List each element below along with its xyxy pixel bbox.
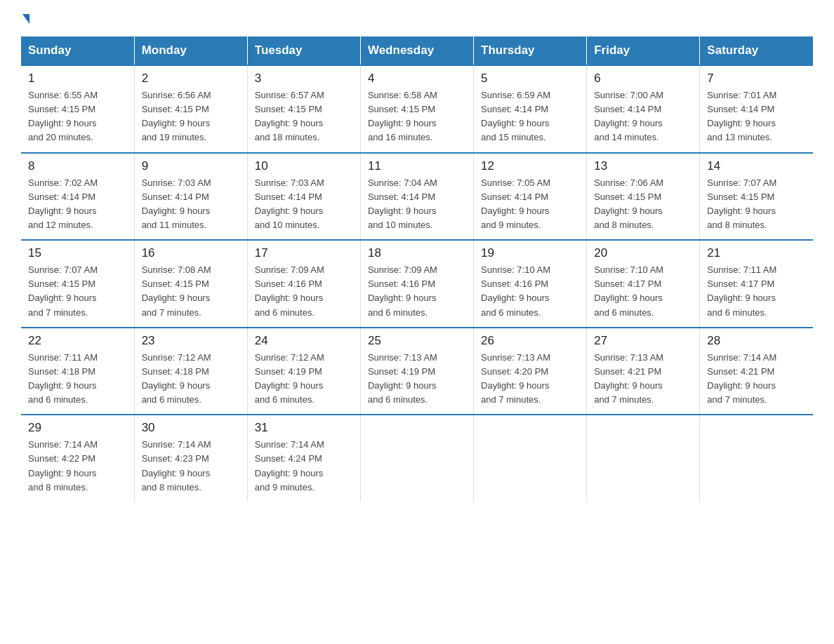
day-number: 31 xyxy=(255,421,353,435)
calendar-cell: 23Sunrise: 7:12 AMSunset: 4:18 PMDayligh… xyxy=(134,328,247,415)
calendar-header-saturday: Saturday xyxy=(700,36,813,65)
calendar-cell: 8Sunrise: 7:02 AMSunset: 4:14 PMDaylight… xyxy=(21,153,134,241)
calendar-cell: 17Sunrise: 7:09 AMSunset: 4:16 PMDayligh… xyxy=(247,240,360,328)
day-info: Sunrise: 6:58 AMSunset: 4:15 PMDaylight:… xyxy=(368,88,466,145)
calendar-header-friday: Friday xyxy=(587,36,700,65)
day-info: Sunrise: 7:13 AMSunset: 4:19 PMDaylight:… xyxy=(368,351,466,408)
day-info: Sunrise: 6:57 AMSunset: 4:15 PMDaylight:… xyxy=(255,88,353,145)
day-info: Sunrise: 7:07 AMSunset: 4:15 PMDaylight:… xyxy=(707,176,806,233)
day-number: 19 xyxy=(481,246,579,260)
day-info: Sunrise: 7:14 AMSunset: 4:24 PMDaylight:… xyxy=(255,438,353,495)
day-number: 9 xyxy=(142,159,240,173)
day-number: 5 xyxy=(481,72,579,86)
calendar-cell: 25Sunrise: 7:13 AMSunset: 4:19 PMDayligh… xyxy=(360,328,473,415)
day-info: Sunrise: 7:05 AMSunset: 4:14 PMDaylight:… xyxy=(481,176,579,233)
calendar-header-sunday: Sunday xyxy=(21,36,134,65)
calendar-week-4: 22Sunrise: 7:11 AMSunset: 4:18 PMDayligh… xyxy=(21,328,813,415)
day-number: 27 xyxy=(594,334,692,348)
calendar-cell: 14Sunrise: 7:07 AMSunset: 4:15 PMDayligh… xyxy=(700,153,813,241)
calendar-week-1: 1Sunrise: 6:55 AMSunset: 4:15 PMDaylight… xyxy=(21,65,813,153)
day-info: Sunrise: 7:10 AMSunset: 4:17 PMDaylight:… xyxy=(594,263,692,320)
calendar-cell: 3Sunrise: 6:57 AMSunset: 4:15 PMDaylight… xyxy=(247,65,360,153)
day-number: 15 xyxy=(28,246,127,260)
calendar-cell: 10Sunrise: 7:03 AMSunset: 4:14 PMDayligh… xyxy=(247,153,360,241)
day-info: Sunrise: 7:00 AMSunset: 4:14 PMDaylight:… xyxy=(594,88,692,145)
calendar-cell: 6Sunrise: 7:00 AMSunset: 4:14 PMDaylight… xyxy=(587,65,700,153)
day-number: 3 xyxy=(255,72,353,86)
calendar-week-2: 8Sunrise: 7:02 AMSunset: 4:14 PMDaylight… xyxy=(21,153,813,241)
calendar-cell xyxy=(360,415,473,502)
day-info: Sunrise: 7:08 AMSunset: 4:15 PMDaylight:… xyxy=(142,263,240,320)
calendar-cell: 5Sunrise: 6:59 AMSunset: 4:14 PMDaylight… xyxy=(474,65,587,153)
calendar-cell: 13Sunrise: 7:06 AMSunset: 4:15 PMDayligh… xyxy=(587,153,700,241)
calendar-cell: 9Sunrise: 7:03 AMSunset: 4:14 PMDaylight… xyxy=(134,153,247,241)
day-info: Sunrise: 7:06 AMSunset: 4:15 PMDaylight:… xyxy=(594,176,692,233)
calendar-cell: 11Sunrise: 7:04 AMSunset: 4:14 PMDayligh… xyxy=(360,153,473,241)
calendar-header-tuesday: Tuesday xyxy=(247,36,360,65)
day-number: 12 xyxy=(481,159,579,173)
day-number: 11 xyxy=(368,159,466,173)
day-number: 4 xyxy=(368,72,466,86)
day-number: 16 xyxy=(142,246,240,260)
day-info: Sunrise: 7:14 AMSunset: 4:22 PMDaylight:… xyxy=(28,438,127,495)
day-info: Sunrise: 7:12 AMSunset: 4:18 PMDaylight:… xyxy=(142,351,240,408)
day-number: 2 xyxy=(142,72,240,86)
calendar-cell: 2Sunrise: 6:56 AMSunset: 4:15 PMDaylight… xyxy=(134,65,247,153)
calendar-cell xyxy=(587,415,700,502)
day-info: Sunrise: 6:59 AMSunset: 4:14 PMDaylight:… xyxy=(481,88,579,145)
page-header xyxy=(21,14,813,24)
calendar-header-row: SundayMondayTuesdayWednesdayThursdayFrid… xyxy=(21,36,813,65)
day-number: 20 xyxy=(594,246,692,260)
calendar-cell: 28Sunrise: 7:14 AMSunset: 4:21 PMDayligh… xyxy=(700,328,813,415)
day-number: 29 xyxy=(28,421,127,435)
day-info: Sunrise: 7:14 AMSunset: 4:23 PMDaylight:… xyxy=(142,438,240,495)
calendar-cell: 26Sunrise: 7:13 AMSunset: 4:20 PMDayligh… xyxy=(474,328,587,415)
calendar-cell: 21Sunrise: 7:11 AMSunset: 4:17 PMDayligh… xyxy=(700,240,813,328)
calendar-cell: 1Sunrise: 6:55 AMSunset: 4:15 PMDaylight… xyxy=(21,65,134,153)
day-number: 13 xyxy=(594,159,692,173)
calendar-cell: 27Sunrise: 7:13 AMSunset: 4:21 PMDayligh… xyxy=(587,328,700,415)
calendar-table: SundayMondayTuesdayWednesdayThursdayFrid… xyxy=(21,36,813,502)
day-number: 25 xyxy=(368,334,466,348)
calendar-cell: 31Sunrise: 7:14 AMSunset: 4:24 PMDayligh… xyxy=(247,415,360,502)
day-number: 7 xyxy=(707,72,806,86)
calendar-cell: 18Sunrise: 7:09 AMSunset: 4:16 PMDayligh… xyxy=(360,240,473,328)
day-number: 6 xyxy=(594,72,692,86)
day-number: 23 xyxy=(142,334,240,348)
day-info: Sunrise: 7:11 AMSunset: 4:18 PMDaylight:… xyxy=(28,351,127,408)
day-number: 24 xyxy=(255,334,353,348)
calendar-header-wednesday: Wednesday xyxy=(360,36,473,65)
calendar-cell: 7Sunrise: 7:01 AMSunset: 4:14 PMDaylight… xyxy=(700,65,813,153)
day-number: 8 xyxy=(28,159,127,173)
calendar-cell: 12Sunrise: 7:05 AMSunset: 4:14 PMDayligh… xyxy=(474,153,587,241)
calendar-cell: 29Sunrise: 7:14 AMSunset: 4:22 PMDayligh… xyxy=(21,415,134,502)
calendar-header-monday: Monday xyxy=(134,36,247,65)
calendar-cell xyxy=(474,415,587,502)
day-info: Sunrise: 7:07 AMSunset: 4:15 PMDaylight:… xyxy=(28,263,127,320)
day-number: 17 xyxy=(255,246,353,260)
day-number: 18 xyxy=(368,246,466,260)
calendar-header-thursday: Thursday xyxy=(474,36,587,65)
day-info: Sunrise: 7:13 AMSunset: 4:20 PMDaylight:… xyxy=(481,351,579,408)
calendar-cell: 30Sunrise: 7:14 AMSunset: 4:23 PMDayligh… xyxy=(134,415,247,502)
calendar-cell: 15Sunrise: 7:07 AMSunset: 4:15 PMDayligh… xyxy=(21,240,134,328)
day-number: 14 xyxy=(707,159,806,173)
calendar-week-5: 29Sunrise: 7:14 AMSunset: 4:22 PMDayligh… xyxy=(21,415,813,502)
calendar-cell: 24Sunrise: 7:12 AMSunset: 4:19 PMDayligh… xyxy=(247,328,360,415)
day-info: Sunrise: 7:12 AMSunset: 4:19 PMDaylight:… xyxy=(255,351,353,408)
calendar-cell: 22Sunrise: 7:11 AMSunset: 4:18 PMDayligh… xyxy=(21,328,134,415)
calendar-cell: 16Sunrise: 7:08 AMSunset: 4:15 PMDayligh… xyxy=(134,240,247,328)
day-info: Sunrise: 7:03 AMSunset: 4:14 PMDaylight:… xyxy=(255,176,353,233)
day-number: 21 xyxy=(707,246,806,260)
day-info: Sunrise: 7:09 AMSunset: 4:16 PMDaylight:… xyxy=(368,263,466,320)
day-info: Sunrise: 7:04 AMSunset: 4:14 PMDaylight:… xyxy=(368,176,466,233)
day-number: 1 xyxy=(28,72,127,86)
day-info: Sunrise: 7:02 AMSunset: 4:14 PMDaylight:… xyxy=(28,176,127,233)
calendar-cell: 4Sunrise: 6:58 AMSunset: 4:15 PMDaylight… xyxy=(360,65,473,153)
logo xyxy=(21,14,29,24)
day-info: Sunrise: 6:55 AMSunset: 4:15 PMDaylight:… xyxy=(28,88,127,145)
day-info: Sunrise: 6:56 AMSunset: 4:15 PMDaylight:… xyxy=(142,88,240,145)
calendar-cell: 20Sunrise: 7:10 AMSunset: 4:17 PMDayligh… xyxy=(587,240,700,328)
day-number: 22 xyxy=(28,334,127,348)
day-info: Sunrise: 7:09 AMSunset: 4:16 PMDaylight:… xyxy=(255,263,353,320)
